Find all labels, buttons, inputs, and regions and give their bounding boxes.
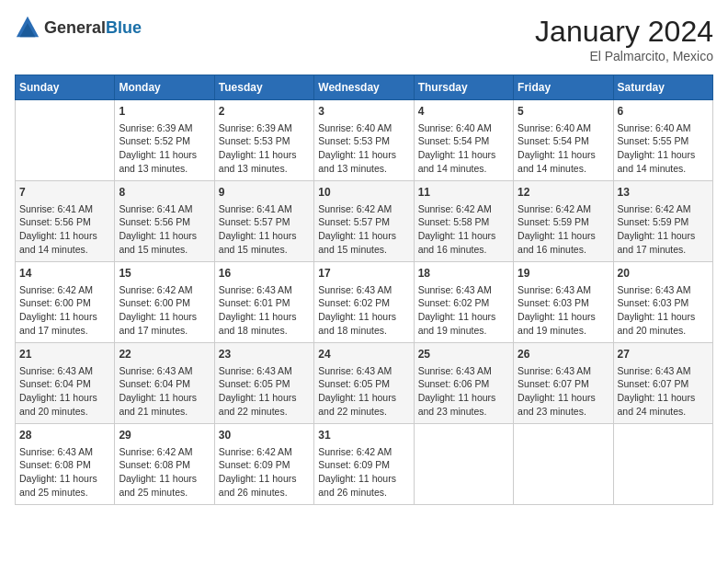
day-cell: 18Sunrise: 6:43 AMSunset: 6:02 PMDayligh… xyxy=(414,262,513,343)
day-number: 21 xyxy=(19,347,110,362)
page-header: GeneralBlue January 2024 El Palmarcito, … xyxy=(15,15,713,63)
day-cell: 8Sunrise: 6:41 AMSunset: 5:56 PMDaylight… xyxy=(115,181,214,262)
day-number: 30 xyxy=(219,428,310,443)
day-cell xyxy=(613,424,712,505)
day-cell: 29Sunrise: 6:42 AMSunset: 6:08 PMDayligh… xyxy=(115,424,214,505)
header-row: SundayMondayTuesdayWednesdayThursdayFrid… xyxy=(16,75,713,100)
day-cell: 21Sunrise: 6:43 AMSunset: 6:04 PMDayligh… xyxy=(16,343,115,424)
day-cell: 4Sunrise: 6:40 AMSunset: 5:54 PMDaylight… xyxy=(414,100,513,181)
day-number: 7 xyxy=(19,185,110,201)
day-info: Sunrise: 6:42 AMSunset: 5:57 PMDaylight:… xyxy=(318,202,409,257)
day-info: Sunrise: 6:42 AMSunset: 6:00 PMDaylight:… xyxy=(119,283,210,338)
day-info: Sunrise: 6:41 AMSunset: 5:56 PMDaylight:… xyxy=(119,202,210,257)
day-cell: 17Sunrise: 6:43 AMSunset: 6:02 PMDayligh… xyxy=(314,262,414,343)
day-number: 15 xyxy=(119,266,210,282)
day-info: Sunrise: 6:43 AMSunset: 6:02 PMDaylight:… xyxy=(318,283,409,338)
day-info: Sunrise: 6:42 AMSunset: 5:58 PMDaylight:… xyxy=(418,202,509,257)
day-cell xyxy=(414,424,513,505)
day-info: Sunrise: 6:43 AMSunset: 6:07 PMDaylight:… xyxy=(618,364,709,419)
day-info: Sunrise: 6:41 AMSunset: 5:56 PMDaylight:… xyxy=(19,202,110,257)
day-number: 14 xyxy=(19,266,110,282)
day-info: Sunrise: 6:39 AMSunset: 5:53 PMDaylight:… xyxy=(219,121,310,176)
day-number: 8 xyxy=(119,185,210,201)
day-info: Sunrise: 6:42 AMSunset: 5:59 PMDaylight:… xyxy=(618,202,709,257)
day-cell: 14Sunrise: 6:42 AMSunset: 6:00 PMDayligh… xyxy=(16,262,115,343)
day-cell: 20Sunrise: 6:43 AMSunset: 6:03 PMDayligh… xyxy=(613,262,712,343)
day-info: Sunrise: 6:43 AMSunset: 6:07 PMDaylight:… xyxy=(518,364,609,419)
day-cell: 1Sunrise: 6:39 AMSunset: 5:52 PMDaylight… xyxy=(115,100,214,181)
calendar-body: 1Sunrise: 6:39 AMSunset: 5:52 PMDaylight… xyxy=(16,100,713,505)
day-info: Sunrise: 6:43 AMSunset: 6:08 PMDaylight:… xyxy=(19,445,110,500)
day-number: 25 xyxy=(418,347,509,362)
day-cell: 24Sunrise: 6:43 AMSunset: 6:05 PMDayligh… xyxy=(314,343,414,424)
day-number: 2 xyxy=(219,104,310,120)
day-cell: 31Sunrise: 6:42 AMSunset: 6:09 PMDayligh… xyxy=(314,424,414,505)
day-info: Sunrise: 6:39 AMSunset: 5:52 PMDaylight:… xyxy=(119,121,210,176)
day-cell: 25Sunrise: 6:43 AMSunset: 6:06 PMDayligh… xyxy=(414,343,513,424)
week-row-4: 21Sunrise: 6:43 AMSunset: 6:04 PMDayligh… xyxy=(16,343,713,424)
day-info: Sunrise: 6:43 AMSunset: 6:06 PMDaylight:… xyxy=(418,364,509,419)
week-row-2: 7Sunrise: 6:41 AMSunset: 5:56 PMDaylight… xyxy=(16,181,713,262)
day-cell: 5Sunrise: 6:40 AMSunset: 5:54 PMDaylight… xyxy=(514,100,613,181)
header-cell-thursday: Thursday xyxy=(414,75,513,100)
day-number: 10 xyxy=(318,185,409,201)
day-cell: 13Sunrise: 6:42 AMSunset: 5:59 PMDayligh… xyxy=(613,181,712,262)
day-cell: 15Sunrise: 6:42 AMSunset: 6:00 PMDayligh… xyxy=(115,262,214,343)
day-info: Sunrise: 6:42 AMSunset: 5:59 PMDaylight:… xyxy=(518,202,609,257)
logo: GeneralBlue xyxy=(15,15,142,40)
day-number: 23 xyxy=(219,347,310,362)
week-row-1: 1Sunrise: 6:39 AMSunset: 5:52 PMDaylight… xyxy=(16,100,713,181)
location-title: El Palmarcito, Mexico xyxy=(535,49,713,63)
logo-text-blue: Blue xyxy=(106,18,142,37)
logo-text-general: General xyxy=(44,18,106,37)
day-info: Sunrise: 6:40 AMSunset: 5:55 PMDaylight:… xyxy=(618,121,709,176)
week-row-3: 14Sunrise: 6:42 AMSunset: 6:00 PMDayligh… xyxy=(16,262,713,343)
day-info: Sunrise: 6:43 AMSunset: 6:03 PMDaylight:… xyxy=(618,283,709,338)
day-info: Sunrise: 6:40 AMSunset: 5:53 PMDaylight:… xyxy=(318,121,409,176)
day-info: Sunrise: 6:43 AMSunset: 6:02 PMDaylight:… xyxy=(418,283,509,338)
day-number: 22 xyxy=(119,347,210,362)
day-cell: 23Sunrise: 6:43 AMSunset: 6:05 PMDayligh… xyxy=(214,343,313,424)
calendar-table: SundayMondayTuesdayWednesdayThursdayFrid… xyxy=(15,75,713,505)
day-info: Sunrise: 6:42 AMSunset: 6:08 PMDaylight:… xyxy=(119,445,210,500)
day-cell: 11Sunrise: 6:42 AMSunset: 5:58 PMDayligh… xyxy=(414,181,513,262)
day-number: 31 xyxy=(318,428,409,443)
day-cell: 12Sunrise: 6:42 AMSunset: 5:59 PMDayligh… xyxy=(514,181,613,262)
day-cell: 16Sunrise: 6:43 AMSunset: 6:01 PMDayligh… xyxy=(214,262,313,343)
calendar-header: SundayMondayTuesdayWednesdayThursdayFrid… xyxy=(16,75,713,100)
header-cell-wednesday: Wednesday xyxy=(314,75,414,100)
day-info: Sunrise: 6:42 AMSunset: 6:09 PMDaylight:… xyxy=(219,445,310,500)
day-info: Sunrise: 6:43 AMSunset: 6:01 PMDaylight:… xyxy=(219,283,310,338)
day-cell: 26Sunrise: 6:43 AMSunset: 6:07 PMDayligh… xyxy=(514,343,613,424)
logo-icon xyxy=(15,15,40,40)
day-info: Sunrise: 6:41 AMSunset: 5:57 PMDaylight:… xyxy=(219,202,310,257)
day-info: Sunrise: 6:43 AMSunset: 6:05 PMDaylight:… xyxy=(219,364,310,419)
day-info: Sunrise: 6:43 AMSunset: 6:04 PMDaylight:… xyxy=(19,364,110,419)
day-number: 3 xyxy=(318,104,409,120)
day-number: 17 xyxy=(318,266,409,282)
day-info: Sunrise: 6:40 AMSunset: 5:54 PMDaylight:… xyxy=(518,121,609,176)
day-info: Sunrise: 6:42 AMSunset: 6:00 PMDaylight:… xyxy=(19,283,110,338)
day-cell: 6Sunrise: 6:40 AMSunset: 5:55 PMDaylight… xyxy=(613,100,712,181)
day-cell: 7Sunrise: 6:41 AMSunset: 5:56 PMDaylight… xyxy=(16,181,115,262)
day-number: 9 xyxy=(219,185,310,201)
day-number: 24 xyxy=(318,347,409,362)
day-cell: 3Sunrise: 6:40 AMSunset: 5:53 PMDaylight… xyxy=(314,100,414,181)
day-info: Sunrise: 6:43 AMSunset: 6:03 PMDaylight:… xyxy=(518,283,609,338)
day-number: 1 xyxy=(119,104,210,120)
day-info: Sunrise: 6:43 AMSunset: 6:05 PMDaylight:… xyxy=(318,364,409,419)
day-number: 27 xyxy=(618,347,709,362)
header-cell-monday: Monday xyxy=(115,75,214,100)
day-cell xyxy=(514,424,613,505)
day-cell: 28Sunrise: 6:43 AMSunset: 6:08 PMDayligh… xyxy=(16,424,115,505)
header-cell-sunday: Sunday xyxy=(16,75,115,100)
header-cell-friday: Friday xyxy=(514,75,613,100)
day-cell: 27Sunrise: 6:43 AMSunset: 6:07 PMDayligh… xyxy=(613,343,712,424)
month-title: January 2024 xyxy=(535,15,713,49)
day-cell: 9Sunrise: 6:41 AMSunset: 5:57 PMDaylight… xyxy=(214,181,313,262)
day-number: 16 xyxy=(219,266,310,282)
day-info: Sunrise: 6:42 AMSunset: 6:09 PMDaylight:… xyxy=(318,445,409,500)
day-cell: 2Sunrise: 6:39 AMSunset: 5:53 PMDaylight… xyxy=(214,100,313,181)
day-number: 11 xyxy=(418,185,509,201)
day-number: 26 xyxy=(518,347,609,362)
